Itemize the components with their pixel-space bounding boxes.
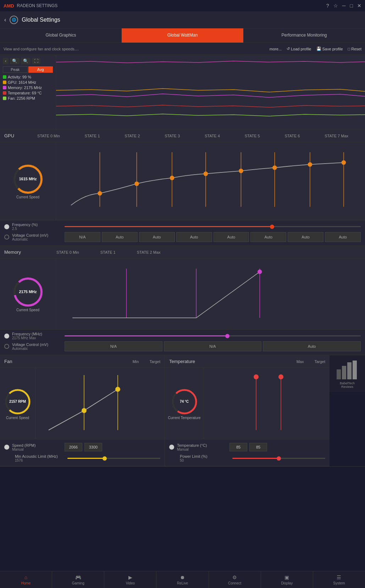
svg-point-10	[98, 191, 102, 196]
chart-zoom-in-btn[interactable]: 🔍	[10, 58, 20, 64]
toolbar-description: View and configure fan and clock speeds.…	[4, 47, 79, 51]
close-icon[interactable]: ✕	[357, 3, 361, 9]
svg-point-12	[170, 176, 175, 180]
memory-voltage-cells: N/A N/A Auto	[65, 341, 361, 351]
svg-rect-38	[337, 369, 341, 379]
chart-fullscreen-btn[interactable]: ⛶	[32, 58, 40, 64]
chart-zoom-out-btn[interactable]: 🔍	[21, 58, 31, 64]
fan-speed-item: Speed (RPM) Manual 2066 3300	[4, 441, 160, 453]
fan-panel-header: Fan Min Target	[0, 355, 165, 368]
gpu-voltage-cell-2: Auto	[139, 232, 175, 242]
gpu-voltage-cell-3: Auto	[176, 232, 212, 242]
nav-connect[interactable]: ⚙ Connect	[209, 571, 261, 588]
fan-speed-toggle[interactable]	[4, 445, 9, 450]
globe-icon: 🌐	[10, 16, 18, 24]
bookmark-icon[interactable]: ☆	[333, 3, 338, 9]
fan-graph	[35, 368, 165, 439]
legend-fan: Fan: 2256 RPM	[3, 96, 53, 100]
amd-logo: AMD	[4, 3, 14, 9]
save-profile-button[interactable]: 💾 Save profile	[316, 46, 343, 51]
gpu-frequency-row: Frequency (%) 2.5 Voltage Control (mV) A…	[0, 220, 365, 246]
home-icon: ⌂	[24, 575, 27, 580]
gpu-voltage-toggle[interactable]	[4, 235, 9, 240]
fan-current-speed-label: Current Speed	[6, 416, 29, 420]
fan-label: Fan	[4, 359, 12, 364]
min-acoustic-label: Min Acoustic Limit (MHz) 1576	[15, 454, 65, 462]
maximize-icon[interactable]: □	[350, 3, 353, 9]
minimize-icon[interactable]: ─	[342, 3, 346, 9]
memory-frequency-toggle[interactable]	[4, 334, 9, 339]
nav-home[interactable]: ⌂ Home	[0, 571, 52, 588]
nav-gaming-label: Gaming	[72, 581, 84, 585]
legend-memory: Memory: 2175 MHz	[3, 86, 53, 90]
reset-button[interactable]: □ Reset	[348, 47, 361, 51]
chart-back-btn[interactable]: ‹	[3, 58, 9, 64]
memory-current-speed-label: Current Speed	[16, 308, 39, 312]
display-icon: ▣	[284, 575, 289, 580]
power-limit-item: Power Limit (%) 50	[169, 454, 325, 462]
video-icon: ▶	[128, 575, 132, 580]
peak-tab[interactable]: Peak	[3, 66, 28, 73]
memory-frequency-slider[interactable]	[65, 333, 361, 340]
temp-controls: Temperature (°C) Manual 85 85 Power Limi…	[165, 439, 330, 466]
temp-toggle[interactable]	[169, 445, 174, 450]
gpu-voltage-label: Voltage Control (mV) Automatic	[12, 233, 62, 241]
fan-speed-target-val: 3300	[84, 443, 102, 451]
tab-global-graphics[interactable]: Global Graphics	[0, 28, 122, 43]
svg-rect-39	[342, 366, 346, 379]
more-button[interactable]: more...	[270, 47, 282, 51]
legend-gpu: GPU: 1614 MHz	[3, 80, 53, 84]
help-icon[interactable]: ?	[326, 3, 329, 9]
memory-voltage-toggle[interactable]	[4, 344, 9, 349]
back-button[interactable]: ‹	[4, 17, 6, 23]
fan-sub-labels: Min Target	[133, 359, 160, 364]
system-icon: ☰	[337, 575, 341, 580]
nav-relive[interactable]: ⏺ ReLive	[156, 571, 209, 588]
tab-global-wattman[interactable]: Global WattMan	[122, 28, 243, 43]
nav-gaming[interactable]: 🎮 Gaming	[52, 571, 104, 588]
chart-toolbar: ‹ 🔍 🔍 ⛶	[3, 58, 53, 64]
gpu-voltage-cell-0: N/A	[65, 232, 100, 242]
memory-frequency-label: Frequency (MHz) 2175 MHz Max	[12, 332, 62, 340]
svg-point-15	[272, 165, 277, 170]
nav-video[interactable]: ▶ Video	[104, 571, 156, 588]
memory-voltage-cell-2: Auto	[263, 341, 361, 351]
temp-ctrl-label: Temperature (°C) Manual	[177, 443, 227, 451]
temp-max-val: 85	[229, 443, 247, 451]
chart-section: ‹ 🔍 🔍 ⛶ Peak Avg Activity: 99 % GPU: 161…	[0, 55, 365, 130]
fan-graph-area: 2157 RPM Current Speed	[0, 368, 165, 439]
gpu-graph-area	[56, 142, 365, 220]
memory-voltage-cell-1: N/A	[164, 341, 262, 351]
nav-system[interactable]: ☰ System	[313, 571, 365, 588]
nav-system-label: System	[333, 581, 345, 585]
gpu-graph-section: 1615 MHz Current Speed	[0, 142, 365, 220]
nav-relive-label: ReLive	[177, 581, 188, 585]
memory-speed-gauge: 2175 MHz	[12, 276, 44, 308]
svg-rect-41	[353, 361, 357, 379]
gpu-label: GPU	[4, 133, 14, 138]
fan-speed-label: Speed (RPM) Manual	[12, 443, 62, 451]
svg-point-31	[115, 387, 120, 392]
min-acoustic-item: Min Acoustic Limit (MHz) 1576	[4, 454, 160, 462]
power-limit-slider[interactable]	[232, 455, 325, 462]
svg-point-36	[254, 374, 259, 379]
gpu-frequency-slider[interactable]	[65, 223, 361, 230]
memory-graph-section: 2175 MHz Current Speed	[0, 259, 365, 330]
tab-performance-monitoring[interactable]: Performance Monitoring	[243, 28, 365, 43]
nav-display[interactable]: ▣ Display	[261, 571, 313, 588]
fan-speed-value: 2157 RPM	[9, 400, 26, 404]
fan-speed-min-val: 2066	[65, 443, 82, 451]
tabs-bar: Global Graphics Global WattMan Performan…	[0, 28, 365, 43]
fan-controls: Speed (RPM) Manual 2066 3300 Min Acousti…	[0, 439, 165, 466]
chart-area	[56, 55, 365, 129]
min-acoustic-slider[interactable]	[67, 455, 160, 462]
memory-frequency-item: Frequency (MHz) 2175 MHz Max	[4, 332, 361, 340]
avg-tab[interactable]: Avg	[28, 66, 53, 73]
svg-point-30	[82, 408, 87, 413]
chart-sidebar: ‹ 🔍 🔍 ⛶ Peak Avg Activity: 99 % GPU: 161…	[0, 55, 56, 129]
memory-frequency-row: Frequency (MHz) 2175 MHz Max Voltage Con…	[0, 330, 365, 355]
load-profile-button[interactable]: ↺ Load profile	[287, 46, 311, 51]
gaming-icon: 🎮	[75, 575, 81, 580]
gpu-frequency-toggle[interactable]	[4, 224, 9, 229]
temp-item: Temperature (°C) Manual 85 85	[169, 441, 325, 453]
